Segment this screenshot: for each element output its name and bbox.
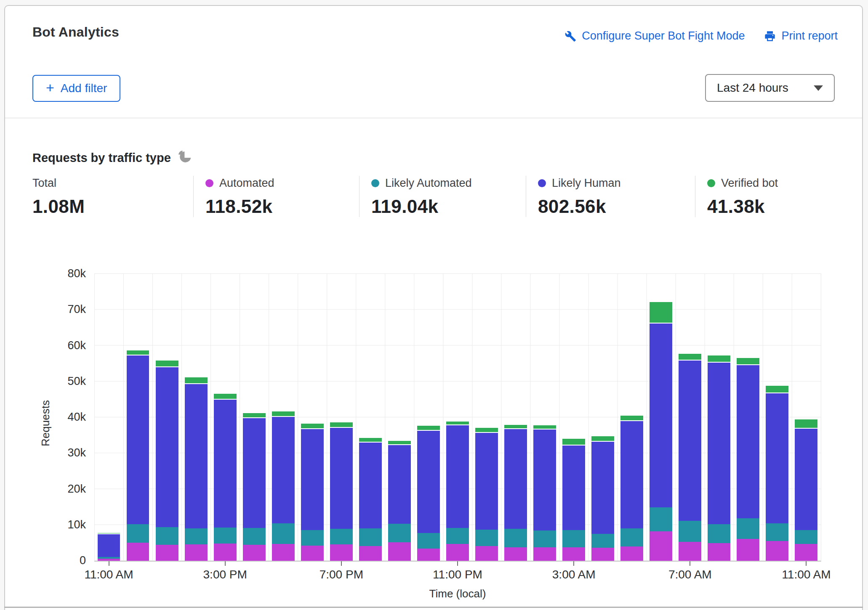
y-tick-label: 0 [80,554,86,567]
automated-legend-dot [205,179,213,187]
segment-automated [301,546,324,561]
wrench-icon [564,30,576,42]
segment-verified-bot [185,377,208,384]
header-divider [5,118,862,118]
stat-likely-automated[interactable]: Likely Automated 119.04k [359,176,526,217]
plus-icon: + [46,80,54,95]
bar-slot [414,274,443,561]
segment-likely-human [650,324,672,507]
y-axis-title: Requests [39,400,52,446]
segment-likely-human [359,443,382,529]
segment-automated [388,542,411,561]
x-tick-mark [806,561,807,566]
traffic-type-legend: Total 1.08M Automated 118.52k Likely Aut… [32,176,834,217]
time-range-select[interactable]: Last 24 hours [705,74,835,102]
stacked-bar-11-00-pm-12 [446,274,469,561]
configure-super-bot-fight-mode-link[interactable]: Configure Super Bot Fight Mode [564,29,745,42]
x-tick-mark [109,561,109,566]
segment-verified-bot [446,422,469,425]
x-tick-label: 11:00 AM [84,568,133,581]
plot-area [94,273,821,562]
segment-verified-bot [127,350,149,355]
bar-slot [181,274,210,561]
y-tick-label: 50k [67,374,86,387]
segment-likely-automated [301,530,324,546]
add-filter-label: Add filter [61,82,107,95]
stacked-bar-4-00-am-17 [591,274,614,561]
stat-likely-human[interactable]: Likely Human 802.56k [526,176,695,217]
segment-verified-bot [766,386,788,393]
stat-total-label: Total [32,177,56,190]
segment-verified-bot [795,419,817,429]
x-tick-mark [457,561,458,566]
segment-likely-human [243,418,266,528]
stat-verified-bot-label: Verified bot [721,177,778,190]
segment-verified-bot [156,361,178,367]
segment-verified-bot [243,413,266,418]
pie-chart-icon [178,151,191,165]
segment-automated [562,547,585,561]
stacked-bar-2-00-pm-3 [185,274,208,561]
stat-total: Total 1.08M [32,176,193,217]
add-filter-button[interactable]: + Add filter [32,75,120,102]
stat-verified-bot-value: 41.38k [707,196,825,217]
segment-verified-bot [504,425,527,429]
segment-automated [504,547,527,561]
stat-likely-automated-label: Likely Automated [385,177,472,190]
stacked-bar-8-00-am-21 [708,274,730,561]
stacked-bar-6-00-pm-7 [301,274,324,561]
stacked-bar-4-00-pm-5 [243,274,266,561]
stacked-bar-6-00-am-19 [650,274,672,561]
segment-automated [446,544,469,561]
y-tick-label: 20k [67,482,86,495]
segment-verified-bot [650,302,672,323]
bar-slot [705,274,734,561]
segment-automated [156,545,178,561]
y-tick-label: 40k [67,411,86,424]
segment-verified-bot [330,422,353,428]
stacked-bar-3-00-am-16 [562,274,585,561]
stat-likely-human-label: Likely Human [552,177,621,190]
segment-automated [737,539,759,561]
stacked-bar-10-00-pm-11 [417,274,440,561]
stat-automated-value: 118.52k [205,196,351,217]
print-report-link[interactable]: Print report [764,29,838,42]
stacked-bar-10-00-am-23 [766,274,788,561]
segment-verified-bot [359,438,382,442]
segment-automated [98,559,120,561]
bar-slot [676,274,705,561]
segment-automated [795,544,817,561]
x-tick-label: 3:00 AM [552,568,596,581]
segment-likely-automated [127,524,149,543]
segment-automated [272,544,295,561]
segment-likely-human [156,367,178,527]
segment-likely-automated [795,530,817,544]
header-actions: Configure Super Bot Fight Mode Print rep… [564,29,838,42]
stacked-bar-9-00-pm-10 [388,274,411,561]
stat-verified-bot[interactable]: Verified bot 41.38k [695,176,834,217]
segment-automated [127,543,149,561]
segment-verified-bot [475,428,498,433]
segment-likely-automated [562,530,585,547]
bar-slot [210,274,240,561]
x-tick-mark [225,561,226,566]
segment-verified-bot [417,426,440,430]
bar-slot [443,274,472,561]
segment-likely-automated [156,527,178,545]
segment-automated [679,542,701,561]
segment-automated [185,544,208,561]
bar-slot [94,274,123,561]
segment-automated [359,546,382,561]
x-tick-mark [341,561,342,566]
segment-verified-bot [533,425,556,430]
y-tick-label: 80k [67,267,86,280]
stat-automated-label: Automated [219,177,274,190]
x-tick-label: 11:00 PM [433,568,482,581]
segment-likely-human [562,446,585,530]
segment-likely-automated [504,529,527,547]
bars-container [94,274,821,561]
stacked-bar-8-00-pm-9 [359,274,382,561]
segment-likely-human [533,430,556,530]
bar-slot [240,274,269,561]
stat-automated[interactable]: Automated 118.52k [193,176,359,217]
